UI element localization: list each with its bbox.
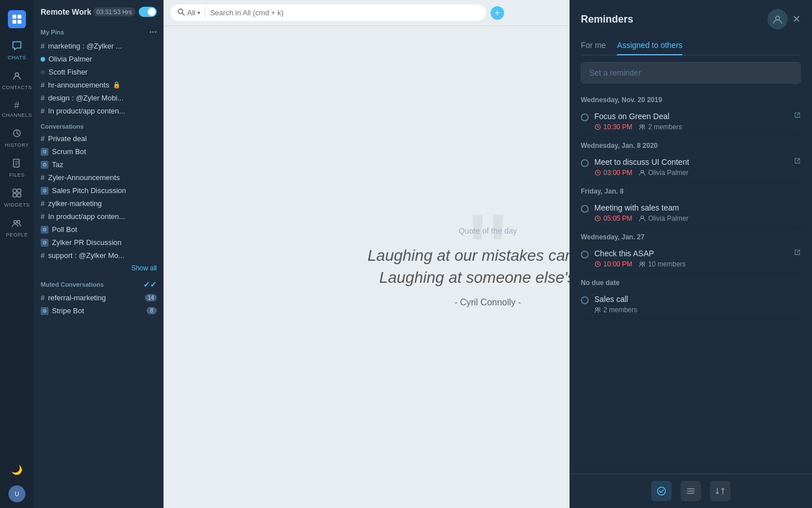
muted-label: Muted Conversations [41, 281, 104, 288]
bot-icon: ⚙ [41, 148, 48, 156]
bot-icon: ⚙ [41, 307, 48, 315]
nav-item-history[interactable]: HISTORY [0, 124, 34, 152]
tab-assigned-to-others[interactable]: Assigned to others [617, 36, 682, 55]
add-button[interactable]: + [491, 6, 504, 20]
hash-icon: # [41, 81, 45, 89]
list-item[interactable]: ⚙ Stripe Bot 8 [34, 304, 164, 317]
date-header: Friday, Jan. 8 [581, 182, 801, 199]
svg-rect-7 [13, 189, 16, 192]
reminder-meta: 10:30 PM 2 members [594, 123, 788, 131]
list-item[interactable]: ⚙ Scrum Bot [34, 145, 164, 158]
reminder-members: Olivia Palmer [639, 169, 688, 177]
reminder-title: Focus on Green Deal [594, 112, 788, 121]
nav-label-people: PEOPLE [6, 232, 28, 238]
list-item[interactable]: # In product/app conten... [34, 104, 164, 117]
reminder-item: Meeting with sales team 05:05 PM Olivia … [581, 199, 801, 227]
nav-item-chats[interactable]: CHATS [0, 36, 34, 65]
svg-rect-9 [13, 194, 16, 197]
show-all-button[interactable]: Show all [34, 262, 164, 274]
toggle-knob [148, 8, 156, 16]
bot-icon: ⚙ [41, 187, 48, 195]
list-item[interactable]: # Private deal [34, 132, 164, 145]
nav-item-channels[interactable]: # CHANNELS [0, 96, 34, 122]
channels-icon: # [14, 100, 19, 111]
reminder-radio[interactable] [581, 251, 589, 259]
nav-item-files[interactable]: FILES [0, 154, 34, 182]
nav-label-history: HISTORY [5, 142, 29, 148]
list-item[interactable]: Olivia Palmer [34, 52, 164, 65]
list-item[interactable]: ⚙ Zylker PR Discussion [34, 236, 164, 249]
bot-icon: ⚙ [41, 239, 48, 247]
list-item[interactable]: # support : @Zylker Mo... [34, 249, 164, 262]
pins-more-button[interactable]: ··· [149, 27, 157, 37]
reminder-radio[interactable] [581, 205, 589, 213]
svg-point-13 [178, 9, 183, 14]
muted-section-header: Muted Conversations ✓✓ [34, 274, 164, 291]
svg-rect-10 [17, 194, 21, 197]
external-link-icon[interactable] [794, 249, 801, 257]
reminder-input[interactable] [581, 62, 801, 84]
nav-label-contacts: CONTACTS [2, 85, 32, 90]
svg-point-12 [17, 221, 20, 224]
user-avatar[interactable]: U [8, 485, 25, 502]
search-filter[interactable]: All ▾ [177, 8, 205, 17]
chats-icon [12, 41, 22, 53]
reminder-item: Meet to discuss UI Content 03:00 PM Oliv… [581, 153, 801, 182]
list-filter-button[interactable] [681, 481, 701, 501]
check-filter-button[interactable] [651, 481, 672, 501]
conv-name: Poll Bot [52, 225, 77, 234]
svg-point-27 [657, 487, 665, 495]
list-item[interactable]: # design : @Zyler Mobi... [34, 91, 164, 104]
conversations-label: Conversations [41, 123, 83, 130]
online-dot [41, 57, 45, 62]
svg-point-4 [15, 73, 19, 76]
list-item[interactable]: # referral-marketing 14 [34, 291, 164, 304]
reminder-meta: 05:05 PM Olivia Palmer [594, 214, 801, 222]
reminder-radio[interactable] [581, 113, 589, 121]
nav-item-widgets[interactable]: WIDGETS [0, 183, 34, 212]
list-item[interactable]: # Zyler-Announcements [34, 171, 164, 184]
search-input[interactable] [210, 8, 479, 17]
pin-name: marketing : @Zylker ... [48, 42, 122, 50]
muted-name: referral-marketing [48, 294, 106, 302]
nav-label-widgets: WIDGETS [4, 202, 30, 208]
close-button[interactable]: ✕ [792, 13, 801, 25]
muted-name: Stripe Bot [52, 306, 84, 315]
nav-item-contacts[interactable]: CONTACTS [0, 66, 34, 95]
theme-toggle[interactable]: 🌙 [7, 460, 27, 480]
reminder-radio[interactable] [581, 159, 589, 167]
muted-item-left: # referral-marketing [41, 294, 106, 302]
reminder-item: Sales call 2 members [581, 290, 801, 319]
timer-value: 03:31:53 Hrs [96, 8, 132, 15]
offline-dot [41, 70, 45, 75]
muted-item-left: ⚙ Stripe Bot [41, 306, 84, 315]
list-item[interactable]: # hr-announcements 🔒 [34, 78, 164, 91]
reminders-list: Wednesday, Nov. 20 2019 Focus on Green D… [570, 90, 812, 474]
reminder-title: Meet to discuss UI Content [594, 157, 788, 167]
sort-filter-button[interactable] [710, 481, 730, 501]
quote-label: Quote of the day [458, 226, 517, 235]
list-item[interactable]: # zylker-marketing [34, 197, 164, 210]
list-item[interactable]: ⚙ Poll Bot [34, 223, 164, 236]
list-item[interactable]: # marketing : @Zylker ... [34, 40, 164, 52]
list-item[interactable]: # In product/app conten... [34, 210, 164, 223]
list-item[interactable]: ⚙ Sales Pitch Discussion [34, 184, 164, 197]
pin-name: hr-announcements [48, 81, 109, 89]
nav-item-people[interactable]: PEOPLE [0, 213, 34, 242]
list-item[interactable]: Scott Fisher [34, 65, 164, 78]
muted-icon: ✓✓ [143, 280, 157, 289]
reminder-radio[interactable] [581, 296, 589, 304]
reminder-title: Sales call [594, 295, 801, 304]
hash-icon: # [41, 251, 45, 260]
external-link-icon[interactable] [794, 112, 801, 120]
app-logo[interactable] [0, 6, 34, 35]
reminder-members: 2 members [594, 306, 637, 314]
external-link-icon[interactable] [794, 157, 801, 166]
hash-icon: # [41, 134, 45, 143]
list-item[interactable]: ⚙ Taz [34, 158, 164, 171]
tab-for-me[interactable]: For me [581, 36, 606, 55]
conv-name: Scrum Bot [52, 147, 86, 156]
reminder-time: 05:05 PM [594, 214, 632, 222]
work-toggle[interactable] [139, 7, 157, 17]
svg-rect-8 [17, 189, 21, 192]
